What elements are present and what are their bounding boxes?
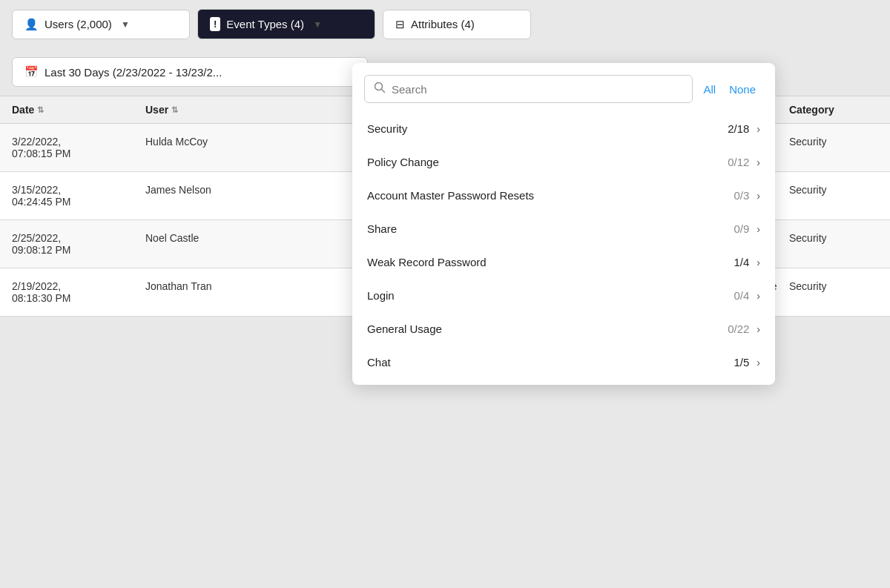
row1-category: Security <box>789 136 878 159</box>
all-button[interactable]: All <box>699 80 720 99</box>
search-input[interactable] <box>392 83 683 96</box>
dropdown-item-label: Login <box>367 289 395 302</box>
dropdown-item-label: Account Master Password Resets <box>367 189 534 202</box>
dropdown-item-right: 2/18 › <box>728 122 760 135</box>
dropdown-item-right: 0/4 › <box>734 289 760 302</box>
filter-icon: ⊟ <box>395 18 405 31</box>
dropdown-item-right: 0/12 › <box>728 156 760 168</box>
svg-line-1 <box>382 90 385 93</box>
dropdown-item-count: 0/3 <box>734 189 749 202</box>
user-sort-icon: ⇅ <box>171 105 178 115</box>
row3-user: Noel Castle <box>145 232 294 256</box>
dropdown-item-right: 0/22 › <box>728 323 760 335</box>
event-types-dropdown: All None Security 2/18 › Policy Change 0… <box>352 63 775 385</box>
dropdown-list: Security 2/18 › Policy Change 0/12 › Acc… <box>352 109 775 385</box>
attrs-filter-button[interactable]: ⊟ Attributes (4) <box>383 10 531 39</box>
events-chevron-icon: ▼ <box>313 19 322 30</box>
dropdown-item-label: Policy Change <box>367 156 439 168</box>
dropdown-item-count: 0/9 <box>734 222 749 235</box>
row3-date: 2/25/2022, 09:08:12 PM <box>12 232 145 256</box>
dropdown-search-row: All None <box>352 63 775 109</box>
users-filter-label: Users (2,000) <box>44 18 112 30</box>
row4-category: Security <box>789 280 878 304</box>
dropdown-item-right: 0/9 › <box>734 222 760 235</box>
dropdown-item[interactable]: General Usage 0/22 › <box>352 312 775 346</box>
row1-user: Hulda McCoy <box>145 136 294 159</box>
dropdown-item-label: Share <box>367 222 397 235</box>
dropdown-item[interactable]: Share 0/9 › <box>352 212 775 245</box>
row2-date: 3/15/2022, 04:24:45 PM <box>12 184 145 208</box>
dropdown-item-label: General Usage <box>367 323 442 335</box>
dropdown-item-label: Security <box>367 122 407 135</box>
dropdown-item[interactable]: Weak Record Password 1/4 › <box>352 245 775 279</box>
users-chevron-icon: ▼ <box>121 19 130 30</box>
dropdown-item[interactable]: Chat 1/5 › <box>352 346 775 379</box>
dropdown-item-count: 0/22 <box>728 323 749 335</box>
events-filter-label: Event Types (4) <box>226 18 304 30</box>
chevron-right-icon: › <box>756 123 760 135</box>
dropdown-item-label: Chat <box>367 356 391 369</box>
date-sort-icon: ⇅ <box>37 105 44 115</box>
row2-user: James Nelson <box>145 184 294 208</box>
chevron-right-icon: › <box>756 257 760 268</box>
dropdown-item-right: 1/4 › <box>734 256 760 268</box>
dropdown-item[interactable]: Account Master Password Resets 0/3 › <box>352 179 775 212</box>
dropdown-item-right: 0/3 › <box>734 189 760 202</box>
row1-date: 3/22/2022, 07:08:15 PM <box>12 136 145 159</box>
row2-category: Security <box>789 184 878 208</box>
chevron-right-icon: › <box>756 156 760 168</box>
dropdown-item[interactable]: Policy Change 0/12 › <box>352 145 775 179</box>
user-col-header[interactable]: User ⇅ <box>145 104 294 116</box>
user-icon: 👤 <box>24 18 39 31</box>
dropdown-item-count: 0/4 <box>734 289 749 302</box>
dropdown-item-count: 1/4 <box>734 256 749 268</box>
exclaim-icon: ! <box>210 17 220 31</box>
calendar-icon: 📅 <box>24 65 39 79</box>
date-col-header[interactable]: Date ⇅ <box>12 104 145 116</box>
date-range-label: Last 30 Days (2/23/2022 - 13/23/2... <box>44 66 222 79</box>
row4-date: 2/19/2022, 08:18:30 PM <box>12 280 145 304</box>
date-range-button[interactable]: 📅 Last 30 Days (2/23/2022 - 13/23/2... <box>12 57 368 87</box>
category-col-header: Category <box>789 104 878 116</box>
dropdown-item[interactable]: Security 2/18 › <box>352 112 775 145</box>
chevron-right-icon: › <box>756 290 760 302</box>
dropdown-item-count: 1/5 <box>734 356 749 369</box>
attrs-filter-label: Attributes (4) <box>411 18 475 30</box>
all-none-controls: All None <box>699 80 763 99</box>
dropdown-item-right: 1/5 › <box>734 356 760 369</box>
search-icon <box>374 82 386 96</box>
dropdown-item-count: 2/18 <box>728 122 749 135</box>
dropdown-item[interactable]: Login 0/4 › <box>352 279 775 312</box>
search-box[interactable] <box>364 75 693 103</box>
chevron-right-icon: › <box>756 323 760 335</box>
chevron-right-icon: › <box>756 223 760 235</box>
users-filter-button[interactable]: 👤 Users (2,000) ▼ <box>12 10 190 39</box>
events-filter-button[interactable]: ! Event Types (4) ▼ <box>197 9 375 39</box>
chevron-right-icon: › <box>756 357 760 369</box>
dropdown-item-label: Weak Record Password <box>367 256 487 268</box>
row3-category: Security <box>789 232 878 256</box>
chevron-right-icon: › <box>756 190 760 202</box>
row4-user: Jonathan Tran <box>145 280 294 304</box>
dropdown-item-count: 0/12 <box>728 156 749 168</box>
none-button[interactable]: None <box>725 80 760 99</box>
filter-bar: 👤 Users (2,000) ▼ ! Event Types (4) ▼ ⊟ … <box>0 0 890 48</box>
